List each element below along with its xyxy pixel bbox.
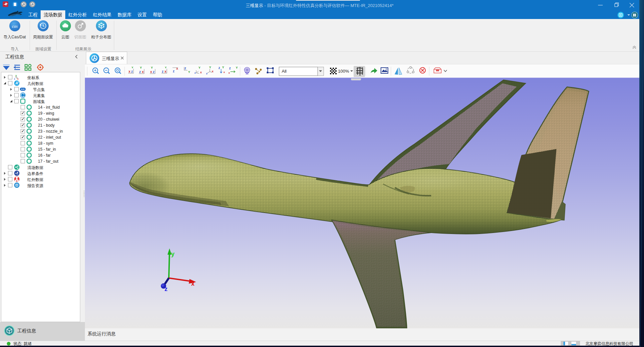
svg-text:z: z	[153, 70, 155, 74]
svg-text:cas: cas	[12, 24, 17, 29]
svg-text:x: x	[212, 70, 213, 73]
svg-text:Y: Y	[236, 66, 238, 69]
svg-text:Y: Y	[140, 66, 142, 69]
svg-text:Y: Y	[15, 75, 17, 77]
svg-text:Y: Y	[151, 66, 153, 69]
svg-text:y: y	[171, 251, 174, 257]
svg-text:z: z	[139, 70, 141, 74]
svg-text:z: z	[229, 66, 231, 70]
svg-text:z: z	[218, 66, 220, 70]
svg-text:Y: Y	[165, 66, 167, 69]
svg-text:x: x	[142, 70, 144, 74]
svg-text:x: x	[200, 71, 202, 74]
svg-text:z: z	[206, 72, 207, 75]
svg-text:Y: Y	[198, 66, 200, 69]
svg-text:z: z	[164, 286, 167, 292]
svg-text:Y: Y	[188, 70, 190, 74]
svg-text:x: x	[164, 70, 166, 73]
svg-text:x: x	[129, 70, 131, 73]
svg-text:x: x	[191, 280, 194, 287]
svg-text:z: z	[131, 70, 133, 73]
svg-text:100%: 100%	[338, 69, 349, 74]
svg-text:z: z	[14, 78, 15, 80]
svg-text:z: z	[162, 70, 163, 73]
svg-text:Y: Y	[209, 66, 211, 69]
svg-text:x: x	[223, 71, 225, 74]
svg-text:x: x	[150, 70, 152, 74]
svg-text:Y: Y	[132, 66, 134, 69]
svg-text:z: z	[184, 66, 186, 70]
svg-text:x: x	[228, 71, 230, 74]
svg-text:Y: Y	[222, 66, 224, 69]
svg-text:All: All	[282, 69, 287, 74]
svg-text:z: z	[194, 71, 196, 74]
svg-text:z: z	[173, 69, 174, 73]
svg-text:x: x	[17, 78, 19, 80]
